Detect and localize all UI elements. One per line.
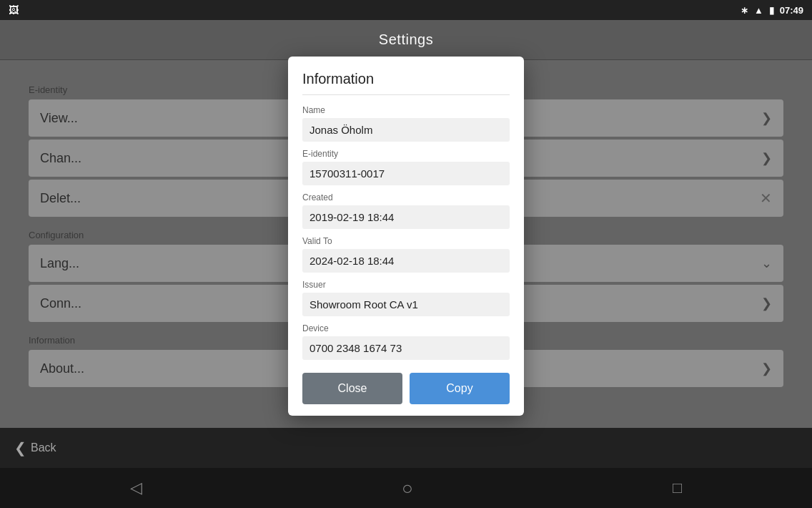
valid-to-field[interactable] (302, 249, 510, 273)
copy-button[interactable]: Copy (410, 373, 510, 404)
created-label: Created (302, 192, 510, 202)
status-bar-left: 🖼 (9, 4, 19, 16)
device-field[interactable] (302, 336, 510, 360)
name-field[interactable] (302, 118, 510, 142)
time-display: 07:49 (780, 5, 803, 16)
wifi-icon: ▲ (754, 5, 763, 16)
dialog-buttons: Close Copy (302, 373, 510, 404)
close-button[interactable]: Close (302, 373, 402, 404)
status-bar: 🖼 ∗ ▲ ▮ 07:49 (0, 0, 812, 20)
status-bar-right: ∗ ▲ ▮ 07:49 (741, 5, 803, 16)
dialog-title: Information (302, 71, 510, 95)
device-label: Device (302, 323, 510, 333)
issuer-label: Issuer (302, 280, 510, 290)
eidentity-field[interactable] (302, 162, 510, 185)
screen-icon: 🖼 (9, 4, 19, 16)
app-bar-title: Settings (379, 31, 433, 48)
valid-to-label: Valid To (302, 236, 510, 246)
battery-icon: ▮ (769, 5, 774, 16)
name-label: Name (302, 105, 510, 115)
created-field[interactable] (302, 205, 510, 229)
app-bar: Settings (0, 20, 812, 60)
eidentity-label: E-identity (302, 149, 510, 159)
bluetooth-icon: ∗ (741, 5, 748, 16)
information-dialog: Information Name E-identity Created Vali… (288, 57, 524, 416)
issuer-field[interactable] (302, 293, 510, 316)
